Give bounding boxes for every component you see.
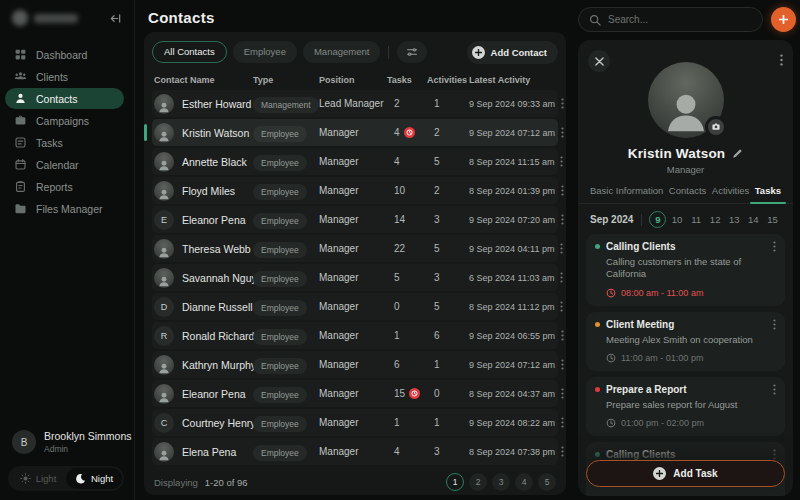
row-kebab-menu[interactable] xyxy=(555,359,569,370)
row-kebab-menu[interactable] xyxy=(555,417,569,428)
table-row[interactable]: Theresa Webb Employee Manager 22 5 9 Sep… xyxy=(152,235,558,262)
tab-contacts[interactable]: Contacts xyxy=(669,185,707,203)
row-kebab-menu[interactable] xyxy=(554,156,568,167)
detail-tabs: Basic Information Contacts Activities Ta… xyxy=(578,185,793,204)
change-photo-button[interactable] xyxy=(705,116,727,138)
table-row[interactable]: Annette Black Employee Manager 4 5 8 Sep… xyxy=(152,148,558,175)
sidebar-item-campaigns[interactable]: Campaigns xyxy=(5,110,124,131)
table-row-selected[interactable]: Kristin Watson Employee Manager 4 2 9 Se… xyxy=(152,119,558,146)
calendar-day-11[interactable]: 11 xyxy=(688,211,705,228)
page-button-2[interactable]: 2 xyxy=(469,473,487,491)
pencil-icon xyxy=(732,148,743,159)
row-kebab-menu[interactable] xyxy=(555,446,569,457)
filter-sliders-button[interactable] xyxy=(397,41,427,63)
contact-avatar xyxy=(154,442,174,462)
theme-light-option[interactable]: Light xyxy=(10,468,66,489)
page-button-5[interactable]: 5 xyxy=(538,473,556,491)
table-row[interactable]: DDianne Russell Employee Manager 0 5 8 S… xyxy=(152,293,558,320)
calendar-day-14[interactable]: 14 xyxy=(745,211,762,228)
calendar-day-13[interactable]: 13 xyxy=(726,211,743,228)
row-kebab-menu[interactable] xyxy=(555,388,569,399)
task-kebab-menu[interactable] xyxy=(773,241,776,252)
page-button-1[interactable]: 1 xyxy=(446,473,464,491)
type-badge: Employee xyxy=(253,416,307,432)
contact-detail-panel: Kristin Watson Manager Basic Information… xyxy=(578,40,793,496)
overdue-clock-badge xyxy=(409,388,420,399)
current-user[interactable]: B Brooklyn Simmons Admin xyxy=(12,430,126,454)
sidebar-item-files-manager[interactable]: Files Manager xyxy=(5,198,124,219)
calendar-icon xyxy=(14,158,27,171)
page-button-3[interactable]: 3 xyxy=(492,473,510,491)
table-header: Contact Name Type Position Tasks Activit… xyxy=(152,70,558,90)
task-time: 08:00 am - 11:00 am xyxy=(606,288,776,298)
page-button-4[interactable]: 4 xyxy=(515,473,533,491)
calendar-day-9[interactable]: 9 xyxy=(649,211,666,228)
task-status-dot xyxy=(595,387,600,392)
task-card[interactable]: Prepare a Report Prepare sales report fo… xyxy=(586,377,785,436)
right-column: Kristin Watson Manager Basic Information… xyxy=(578,0,796,500)
sidebar-collapse-icon[interactable] xyxy=(109,12,122,25)
calendar-day-10[interactable]: 10 xyxy=(668,211,685,228)
search-box[interactable] xyxy=(578,7,763,32)
contact-avatar xyxy=(154,181,174,201)
sidebar-item-tasks[interactable]: Tasks xyxy=(5,132,124,153)
quick-add-button[interactable] xyxy=(771,7,796,32)
row-kebab-menu[interactable] xyxy=(555,185,569,196)
add-contact-button[interactable]: Add Contact xyxy=(467,41,558,64)
calendar-strip: Sep 2024 9 10 11 12 13 14 15 xyxy=(578,204,793,234)
table-row[interactable]: CCourtney Henry Employee Manager 1 1 9 S… xyxy=(152,409,558,436)
sidebar-item-calendar[interactable]: Calendar xyxy=(5,154,124,175)
table-footer: Displaying 1-20 of 96 1 2 3 4 5 xyxy=(152,472,558,492)
filter-tab-all-contacts[interactable]: All Contacts xyxy=(152,41,227,63)
clock-icon xyxy=(606,353,616,363)
sidebar-item-clients[interactable]: Clients xyxy=(5,66,124,87)
row-kebab-menu[interactable] xyxy=(555,330,569,341)
row-kebab-menu[interactable] xyxy=(554,272,568,283)
panel-kebab-menu[interactable] xyxy=(780,50,783,66)
table-row[interactable]: Elena Pena Employee Manager 4 3 8 Sep 20… xyxy=(152,438,558,465)
plus-icon xyxy=(472,46,485,59)
dashboard-grid-icon xyxy=(14,48,27,61)
table-row[interactable]: Eleanor Pena Employee Manager 15 0 8 Sep… xyxy=(152,380,558,407)
theme-night-option[interactable]: Night xyxy=(66,468,122,489)
task-kebab-menu[interactable] xyxy=(773,319,776,330)
sliders-icon xyxy=(406,46,418,58)
calendar-month[interactable]: Sep 2024 xyxy=(590,214,633,225)
table-row[interactable]: RRonald Richards Employee Manager 1 6 9 … xyxy=(152,322,558,349)
page-title: Contacts xyxy=(136,0,573,26)
table-row[interactable]: Savannah Nguyen Employee Manager 5 3 6 S… xyxy=(152,264,558,291)
row-kebab-menu[interactable] xyxy=(554,243,568,254)
tab-activities[interactable]: Activities xyxy=(712,185,749,203)
moon-icon xyxy=(75,473,86,484)
tab-tasks[interactable]: Tasks xyxy=(755,185,781,203)
task-kebab-menu[interactable] xyxy=(773,449,776,460)
table-row[interactable]: EEleanor Pena Employee Manager 14 3 9 Se… xyxy=(152,206,558,233)
contact-avatar: E xyxy=(154,210,174,230)
row-kebab-menu[interactable] xyxy=(554,301,568,312)
close-panel-button[interactable] xyxy=(588,50,610,72)
filter-bar: All Contacts Employee Management Add Con… xyxy=(152,40,558,64)
edit-name-button[interactable] xyxy=(732,148,743,159)
row-kebab-menu[interactable] xyxy=(555,98,569,109)
sidebar-item-reports[interactable]: Reports xyxy=(5,176,124,197)
table-row[interactable]: Floyd Miles Employee Manager 10 2 8 Sep … xyxy=(152,177,558,204)
filter-tab-management[interactable]: Management xyxy=(303,41,380,63)
row-kebab-menu[interactable] xyxy=(555,127,569,138)
type-badge: Employee xyxy=(253,126,307,142)
type-badge: Employee xyxy=(253,155,307,171)
tab-basic-information[interactable]: Basic Information xyxy=(590,185,663,203)
filter-tab-employee[interactable]: Employee xyxy=(233,41,297,63)
search-input[interactable] xyxy=(608,14,752,25)
task-card[interactable]: Client Meeting Meeting Alex Smith on coo… xyxy=(586,312,785,371)
calendar-day-12[interactable]: 12 xyxy=(707,211,724,228)
add-task-button[interactable]: Add Task xyxy=(586,460,785,487)
sidebar-item-contacts[interactable]: Contacts xyxy=(5,88,124,109)
table-row[interactable]: Esther Howard Management Lead Manager 2 … xyxy=(152,90,558,117)
task-kebab-menu[interactable] xyxy=(773,384,776,395)
task-status-dot xyxy=(595,322,600,327)
sidebar-item-dashboard[interactable]: Dashboard xyxy=(5,44,124,65)
row-kebab-menu[interactable] xyxy=(555,214,569,225)
calendar-day-15[interactable]: 15 xyxy=(764,211,781,228)
table-row[interactable]: Kathryn Murphy Employee Manager 6 1 9 Se… xyxy=(152,351,558,378)
task-card[interactable]: Calling Clients Calling customers in the… xyxy=(586,234,785,306)
